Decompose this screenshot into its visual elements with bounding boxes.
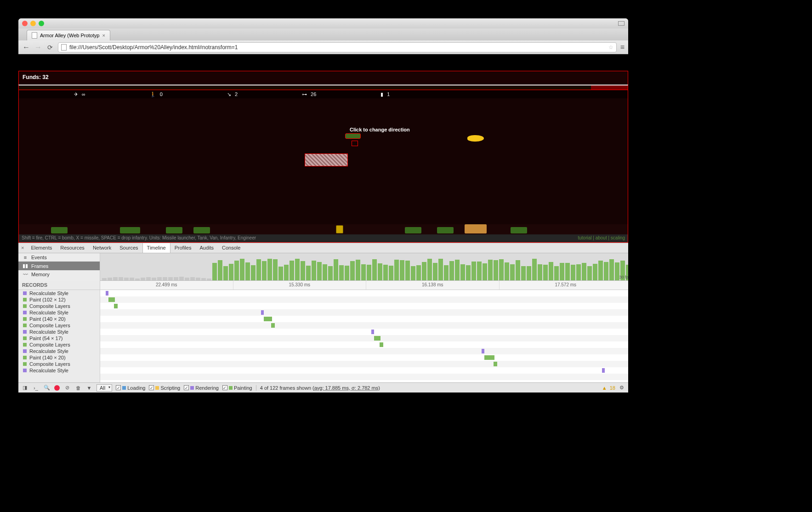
tab-elements[interactable]: Elements xyxy=(27,243,56,253)
frame-bar[interactable] xyxy=(471,262,476,280)
frame-bar[interactable] xyxy=(130,278,134,280)
frame-bar[interactable] xyxy=(433,263,437,280)
frame-bar[interactable] xyxy=(593,264,597,280)
frame-bar[interactable] xyxy=(438,259,443,280)
window-titlebar[interactable] xyxy=(18,18,628,28)
frame-bar[interactable] xyxy=(256,259,261,280)
frame-bar[interactable] xyxy=(505,262,509,280)
record-row[interactable]: Composite Layers xyxy=(18,341,100,348)
frame-bar[interactable] xyxy=(449,261,454,280)
frame-bar[interactable] xyxy=(334,259,338,280)
record-row[interactable]: Recalculate Style xyxy=(18,367,100,374)
tab-resources[interactable]: Resources xyxy=(56,243,89,253)
record-row[interactable]: Composite Layers xyxy=(18,361,100,367)
sidebar-item-memory[interactable]: 〰Memory xyxy=(18,270,100,279)
frame-bar[interactable] xyxy=(499,259,504,280)
frame-bar[interactable] xyxy=(367,265,371,280)
frame-bar[interactable] xyxy=(278,267,283,280)
link-scaling[interactable]: scaling xyxy=(611,235,625,240)
close-tab-icon[interactable]: × xyxy=(102,33,105,38)
frame-bar[interactable] xyxy=(207,279,211,280)
filter-select[interactable]: All xyxy=(97,384,112,392)
filter-icon[interactable]: ▼ xyxy=(85,385,93,391)
frame-bar[interactable] xyxy=(554,266,559,280)
frame-bar[interactable] xyxy=(582,263,586,280)
player-helicopter[interactable] xyxy=(345,133,361,139)
frame-bar[interactable] xyxy=(328,266,333,280)
frame-bar[interactable] xyxy=(135,279,140,280)
frame-bar[interactable] xyxy=(163,277,167,280)
frame-bar[interactable] xyxy=(427,259,432,280)
frame-bar[interactable] xyxy=(477,262,482,280)
frame-bar[interactable] xyxy=(124,278,129,280)
close-window-button[interactable] xyxy=(22,21,28,26)
record-row[interactable]: Recalculate Style xyxy=(18,309,100,316)
reload-button[interactable]: ⟳ xyxy=(46,44,54,51)
devtools-close-button[interactable]: × xyxy=(18,243,27,253)
frame-bar[interactable] xyxy=(416,265,421,280)
frame-bar[interactable] xyxy=(323,264,327,280)
frame-bar[interactable] xyxy=(400,260,404,280)
frame-bar[interactable] xyxy=(394,260,399,280)
record-row[interactable]: Recalculate Style xyxy=(18,290,100,296)
frame-bar[interactable] xyxy=(571,265,575,280)
frame-bar[interactable] xyxy=(510,264,515,280)
frame-bar[interactable] xyxy=(532,259,537,280)
frame-bar[interactable] xyxy=(301,261,305,280)
chk-scripting[interactable]: ✓Scripting xyxy=(149,385,180,391)
dock-icon[interactable]: ◨ xyxy=(21,385,28,391)
frame-bar[interactable] xyxy=(538,264,542,280)
record-timeline[interactable] xyxy=(100,290,628,382)
frame-bar[interactable] xyxy=(527,266,531,280)
frame-bar[interactable] xyxy=(455,260,460,280)
frame-bar[interactable] xyxy=(190,277,195,280)
search-icon[interactable]: 🔍 xyxy=(43,385,51,391)
frame-bar[interactable] xyxy=(389,266,393,280)
frame-bar[interactable] xyxy=(312,261,316,280)
frame-bar[interactable] xyxy=(201,278,206,280)
record-row[interactable]: Composite Layers xyxy=(18,303,100,309)
frame-bar[interactable] xyxy=(350,261,355,280)
frame-bar[interactable] xyxy=(234,261,239,280)
frame-bar[interactable] xyxy=(576,264,581,280)
frame-bar[interactable] xyxy=(229,264,233,280)
chk-rendering[interactable]: ✓Rendering xyxy=(184,385,219,391)
record-row[interactable]: Paint (54 × 17) xyxy=(18,335,100,341)
frame-bar[interactable] xyxy=(179,277,184,280)
tab-console[interactable]: Console xyxy=(218,243,244,253)
frame-bar[interactable] xyxy=(609,259,614,280)
frame-bar[interactable] xyxy=(168,277,173,280)
frame-bar[interactable] xyxy=(488,260,493,280)
frame-bar[interactable] xyxy=(113,277,118,280)
chrome-menu-button[interactable]: ≡ xyxy=(620,43,625,51)
frame-bar[interactable] xyxy=(356,260,360,280)
frame-bar[interactable] xyxy=(102,278,107,280)
record-row[interactable]: Paint (102 × 12) xyxy=(18,296,100,303)
frame-bar[interactable] xyxy=(262,261,267,280)
maximize-button[interactable] xyxy=(618,21,625,26)
frame-bar[interactable] xyxy=(460,264,465,280)
tab-sources[interactable]: Sources xyxy=(115,243,142,253)
frame-bar[interactable] xyxy=(361,264,366,280)
back-button[interactable]: ← xyxy=(22,43,30,51)
minimize-window-button[interactable] xyxy=(30,21,36,26)
game-field[interactable]: Click to change direction xyxy=(18,98,628,234)
frame-bar[interactable] xyxy=(604,262,608,280)
browser-tab[interactable]: Armor Alley (Web Prototyp × xyxy=(27,30,110,40)
frame-bar[interactable] xyxy=(223,266,228,280)
frame-bar[interactable] xyxy=(152,278,156,280)
frame-bar[interactable] xyxy=(295,259,300,280)
frame-bar[interactable] xyxy=(560,263,564,280)
frame-bar[interactable] xyxy=(405,261,410,280)
clear-icon[interactable]: ⊘ xyxy=(63,385,71,391)
record-row[interactable]: Paint (140 × 20) xyxy=(18,316,100,322)
sidebar-item-frames[interactable]: ▮▮Frames xyxy=(18,262,100,270)
frame-overview-strip[interactable]: 30 fps xyxy=(100,253,628,281)
tab-profiles[interactable]: Profiles xyxy=(170,243,196,253)
frame-bar[interactable] xyxy=(218,260,222,280)
frame-bar[interactable] xyxy=(251,265,256,280)
frame-bar[interactable] xyxy=(587,266,592,280)
frame-bar[interactable] xyxy=(212,263,217,280)
frame-bar[interactable] xyxy=(598,261,603,280)
address-bar[interactable]: file:///Users/Scott/Desktop/Armor%20Alle… xyxy=(58,42,617,52)
